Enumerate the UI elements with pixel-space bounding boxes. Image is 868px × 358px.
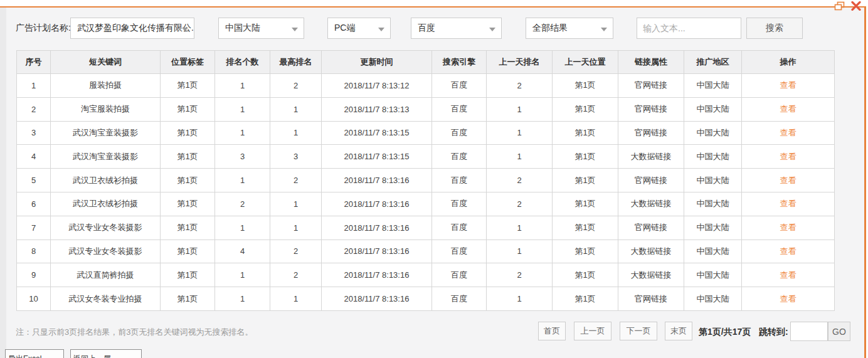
cell: 1: [17, 74, 51, 98]
view-link[interactable]: 查看: [780, 152, 797, 161]
column-header: 链接属性: [618, 51, 684, 74]
keyword-ranking-table: 序号短关键词位置标签排名个数最高排名更新时间搜索引擎上一天排名上一天位置链接属性…: [16, 50, 835, 311]
table-row: 2淘宝服装拍摄第1页112018/11/7 8:13:13百度1第1页官网链接中…: [17, 97, 835, 121]
action-cell: 查看: [742, 145, 835, 169]
cell: 中国大陆: [684, 145, 742, 169]
cell: 3: [215, 145, 270, 169]
prev-page-button[interactable]: 上一页: [574, 322, 611, 340]
cell: 2: [487, 169, 553, 192]
last-page-button[interactable]: 末页: [665, 322, 692, 340]
view-link[interactable]: 查看: [780, 294, 797, 303]
cell: 第1页: [161, 169, 215, 192]
cell: 武汉卫衣绒衫拍摄: [51, 192, 161, 216]
cell: 第1页: [553, 74, 618, 98]
cell: 10: [17, 287, 51, 311]
region-select[interactable]: 中国大陆: [218, 18, 304, 39]
cell: 中国大陆: [684, 287, 742, 311]
column-header: 序号: [17, 51, 51, 74]
cell: 1: [487, 240, 553, 263]
cell: 官网链接: [618, 121, 684, 145]
cell: 1: [487, 145, 553, 169]
cell: 第1页: [553, 145, 618, 169]
cell: 第1页: [161, 121, 215, 145]
cell: 武汉卫衣绒衫拍摄: [51, 169, 161, 192]
cell: 2018/11/7 8:13:13: [322, 97, 432, 121]
cell: 服装拍摄: [51, 74, 161, 98]
table-row: 7武汉专业女冬装摄影第1页112018/11/7 8:13:16百度1第1页官网…: [17, 216, 835, 240]
cell: 百度: [432, 192, 487, 216]
cell: 百度: [432, 263, 487, 287]
view-link[interactable]: 查看: [780, 270, 797, 280]
cell: 3: [270, 145, 322, 169]
cell: 1: [270, 216, 322, 240]
jump-to-input[interactable]: [790, 322, 828, 341]
cell: 7: [17, 216, 51, 240]
cell: 第1页: [553, 121, 618, 145]
cell: 2: [270, 263, 322, 287]
column-header: 排名个数: [215, 51, 270, 74]
cell: 中国大陆: [684, 192, 742, 216]
cell: 第1页: [161, 216, 215, 240]
table-body: 1服装拍摄第1页122018/11/7 8:13:12百度2第1页官网链接中国大…: [17, 74, 835, 311]
clipped-export-button[interactable]: 导出Excel: [5, 349, 64, 358]
cell: 大数据链接: [618, 240, 684, 263]
clipped-back-button[interactable]: 返回上一层: [70, 349, 142, 358]
table-row: 9武汉直简裤拍摄第1页122018/11/7 8:13:16百度2第1页大数据链…: [17, 263, 835, 287]
cell: 3: [17, 121, 51, 145]
cell: 2: [487, 192, 553, 216]
view-link[interactable]: 查看: [780, 128, 797, 137]
cell: 百度: [432, 240, 487, 263]
view-link[interactable]: 查看: [780, 199, 797, 208]
cell: 1: [270, 287, 322, 311]
cell: 2018/11/7 8:13:15: [322, 145, 432, 169]
cell: 第1页: [553, 192, 618, 216]
cell: 百度: [432, 169, 487, 192]
view-link[interactable]: 查看: [780, 176, 797, 185]
engine-select[interactable]: 百度: [411, 18, 502, 39]
cell: 1: [270, 121, 322, 145]
cell: 第1页: [553, 263, 618, 287]
go-button[interactable]: GO: [828, 322, 850, 341]
cell: 官网链接: [618, 216, 684, 240]
result-select[interactable]: 全部结果: [526, 18, 613, 39]
chevron-down-icon: [182, 28, 188, 31]
cell: 1: [270, 192, 322, 216]
cell: 2018/11/7 8:13:16: [322, 192, 432, 216]
cell: 1: [215, 169, 270, 192]
table-row: 4武汉淘宝童装摄影第1页332018/11/7 8:13:15百度1第1页大数据…: [17, 145, 835, 169]
cell: 2018/11/7 8:13:15: [322, 121, 432, 145]
view-link[interactable]: 查看: [780, 223, 797, 232]
first-page-button[interactable]: 首页: [538, 322, 566, 340]
cell: 1: [487, 287, 553, 311]
cell: 武汉淘宝童装摄影: [51, 121, 161, 145]
plan-name-value: 武汉梦盈印象文化传播有限公...: [77, 23, 194, 34]
column-header: 更新时间: [322, 51, 432, 74]
cell: 百度: [432, 97, 487, 121]
cell: 第1页: [553, 240, 618, 263]
footnote: 注：只显示前3页排名结果，前3页无排名关键词视为无搜索排名。: [16, 327, 253, 338]
search-input[interactable]: [637, 18, 741, 39]
cell: 2018/11/7 8:13:16: [322, 240, 432, 263]
cell: 淘宝服装拍摄: [51, 97, 161, 121]
action-cell: 查看: [742, 169, 835, 192]
next-page-button[interactable]: 下一页: [620, 322, 657, 340]
search-button[interactable]: 搜索: [746, 18, 803, 39]
view-link[interactable]: 查看: [780, 80, 797, 90]
column-header: 上一天排名: [487, 51, 553, 74]
cell: 中国大陆: [684, 97, 742, 121]
action-cell: 查看: [742, 240, 835, 263]
view-link[interactable]: 查看: [780, 104, 797, 113]
cell: 2: [270, 240, 322, 263]
chevron-down-icon: [292, 28, 298, 31]
cell: 1: [215, 216, 270, 240]
restore-window-icon[interactable]: [834, 1, 845, 11]
table-row: 1服装拍摄第1页122018/11/7 8:13:12百度2第1页官网链接中国大…: [17, 74, 835, 98]
view-link[interactable]: 查看: [780, 246, 797, 256]
cell: 2: [487, 74, 553, 98]
cell: 8: [17, 240, 51, 263]
device-select[interactable]: PC端: [327, 18, 391, 39]
plan-name-select[interactable]: 武汉梦盈印象文化传播有限公...: [70, 18, 194, 39]
close-icon[interactable]: [851, 1, 861, 11]
column-header: 操作: [742, 51, 835, 74]
cell: 中国大陆: [684, 240, 742, 263]
